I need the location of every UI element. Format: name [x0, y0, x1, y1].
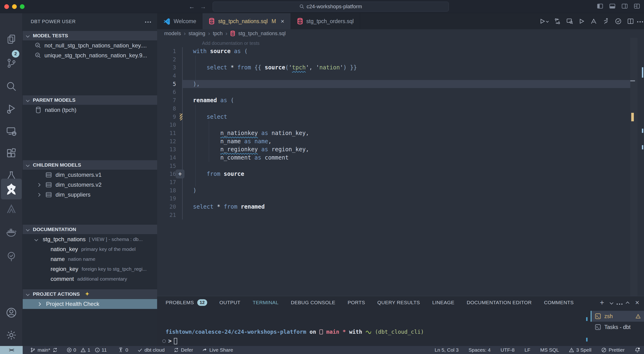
section-header-project-actions[interactable]: PROJECT ACTIONS✦: [23, 289, 157, 299]
status-item-lf[interactable]: LF: [524, 347, 530, 353]
run-tests-icon[interactable]: [603, 18, 609, 24]
code-line[interactable]: 17: [157, 178, 644, 186]
list-item[interactable]: Project Health Check: [23, 299, 157, 309]
validate-check-icon[interactable]: [615, 18, 622, 24]
panel-tab-terminal[interactable]: TERMINAL: [253, 300, 278, 305]
list-item[interactable]: dim_customers.v1: [23, 170, 157, 180]
new-terminal-icon[interactable]: +: [600, 298, 604, 307]
code-line[interactable]: 18): [157, 186, 644, 195]
panel-tab-lineage[interactable]: LINEAGE: [432, 300, 454, 305]
settings-gear-icon[interactable]: [5, 329, 18, 341]
close-panel-icon[interactable]: ×: [635, 299, 639, 307]
breadcrumb-item[interactable]: staging: [188, 30, 205, 36]
doc-field-row[interactable]: commentadditional commentary: [23, 274, 157, 284]
status-item-3-spell[interactable]: 3 Spell: [569, 347, 591, 353]
status-item-dbt-cloud[interactable]: dbt cloud: [137, 347, 165, 353]
dbt-power-user-icon[interactable]: [1, 179, 22, 199]
code-line[interactable]: 21: [157, 211, 644, 219]
split-editor-icon[interactable]: [627, 18, 634, 24]
code-line[interactable]: 6: [157, 88, 644, 96]
terminal-prompt[interactable]: >: [162, 338, 177, 344]
altimate-action-icon[interactable]: [590, 18, 597, 24]
code-line[interactable]: 5),: [157, 80, 644, 88]
code-line[interactable]: 7renamed as (: [157, 96, 644, 104]
traffic-light-minimize[interactable]: [12, 4, 17, 9]
section-header-model-tests[interactable]: MODEL TESTS: [23, 31, 157, 40]
code-line[interactable]: 2: [157, 55, 644, 64]
search-sidebar-icon[interactable]: [5, 80, 18, 92]
breadcrumb-item[interactable]: tpch: [213, 30, 223, 36]
remote-explorer-icon[interactable]: [5, 125, 18, 137]
list-item[interactable]: dim_suppliers: [23, 190, 157, 200]
navigate-back-button[interactable]: ←: [188, 2, 196, 11]
more-actions-icon[interactable]: [640, 19, 641, 23]
run-dbt-model-icon[interactable]: [539, 18, 548, 24]
tab-stg-tpch-orders[interactable]: stg_tpch_orders.sql: [291, 13, 360, 29]
traffic-light-close[interactable]: [4, 4, 9, 9]
list-item[interactable]: nation (tpch): [23, 105, 157, 115]
doc-field-row[interactable]: region_keyforeign key to stg_tpch_regi..…: [23, 264, 157, 274]
code-line[interactable]: 8: [157, 104, 644, 113]
status-item-utf-8[interactable]: UTF-8: [500, 347, 515, 353]
panel-tab-comments[interactable]: COMMENTS: [544, 300, 574, 305]
breadcrumb-item[interactable]: models: [164, 30, 181, 36]
code-line[interactable]: 12 n_name as name,: [157, 137, 644, 146]
status-item-live-share[interactable]: Live Share: [202, 347, 233, 353]
code-line[interactable]: 9 select: [157, 113, 644, 121]
navigate-forward-button[interactable]: →: [199, 2, 208, 11]
list-item[interactable]: unique_stg_tpch_nations_nation_key.9...: [23, 50, 157, 60]
doc-field-row[interactable]: namenation name: [23, 254, 157, 264]
doc-field-row[interactable]: nation_keyprimary key of the model: [23, 244, 157, 254]
execute-sql-icon[interactable]: [578, 18, 585, 24]
code-line[interactable]: 11 n_nationkey as nation_key,: [157, 129, 644, 137]
code-line[interactable]: 19: [157, 194, 644, 203]
breadcrumb-file[interactable]: stg_tpch_nations.sql: [238, 30, 286, 36]
tab-stg-tpch-nations[interactable]: stg_tpch_nations.sql M ×: [202, 13, 290, 29]
code-line[interactable]: 3 select * from {{ source('tpch', 'natio…: [157, 63, 644, 72]
compile-dbt-model-icon[interactable]: [554, 18, 560, 24]
status-item-prettier[interactable]: Prettier: [601, 347, 625, 353]
traffic-light-zoom[interactable]: [20, 4, 24, 9]
list-item[interactable]: not_null_stg_tpch_nations_nation_key....: [23, 40, 157, 50]
explorer-icon[interactable]: [5, 33, 18, 45]
code-line[interactable]: 10: [157, 121, 644, 129]
status-item-defer[interactable]: Defer: [174, 347, 193, 353]
status-item[interactable]: 0111: [66, 347, 109, 353]
status-item[interactable]: [634, 347, 640, 353]
terminal-tab-tasks-dbt[interactable]: Tasks - dbt: [590, 322, 644, 333]
accounts-icon[interactable]: [5, 307, 18, 319]
maximize-panel-icon[interactable]: [626, 301, 630, 305]
tab-welcome[interactable]: Welcome: [157, 13, 202, 29]
panel-tab-ports[interactable]: PORTS: [348, 300, 365, 305]
close-tab-icon[interactable]: ×: [281, 18, 284, 25]
status-item-main-[interactable]: main*: [30, 347, 58, 353]
section-header-parent-models[interactable]: PARENT MODELS: [23, 95, 157, 105]
project-tree-icon[interactable]: [5, 251, 18, 263]
terminal-tab-zsh[interactable]: zsh: [590, 311, 644, 322]
section-header-documentation[interactable]: DOCUMENTATION: [23, 225, 157, 234]
code-editor[interactable]: Add documentation or tests 1with source …: [157, 38, 644, 296]
status-item-0[interactable]: 0: [118, 347, 128, 353]
command-center-search[interactable]: c24-workshops-platform: [212, 2, 449, 11]
panel-tab-output[interactable]: OUTPUT: [220, 300, 240, 305]
run-and-debug-icon[interactable]: [5, 103, 18, 115]
panel-tab-problems[interactable]: PROBLEMS12: [166, 299, 207, 306]
status-item-ln-5-col-3[interactable]: Ln 5, Col 3: [435, 347, 459, 353]
status-item-spaces-4[interactable]: Spaces: 4: [468, 347, 490, 353]
editor-overview-ruler[interactable]: [630, 38, 638, 296]
altimate-icon[interactable]: [5, 203, 18, 215]
panel-tab-query-results[interactable]: QUERY RESULTS: [377, 300, 420, 305]
source-control-icon[interactable]: [5, 57, 18, 69]
extensions-icon[interactable]: [5, 147, 18, 160]
toggle-secondary-sidebar-icon[interactable]: [621, 3, 628, 9]
toggle-panel-icon[interactable]: [609, 3, 616, 9]
panel-tab-documentation-editor[interactable]: DOCUMENTATION EDITOR: [466, 300, 532, 305]
code-line[interactable]: 4: [157, 72, 644, 80]
codelens-link[interactable]: Add documentation or tests: [202, 40, 260, 46]
sidebar-more-actions-icon[interactable]: [148, 19, 148, 23]
toggle-primary-sidebar-icon[interactable]: [597, 3, 603, 9]
code-line[interactable]: 16+ from source: [157, 170, 644, 178]
preview-query-results-icon[interactable]: [566, 18, 573, 24]
status-item-ms-sql[interactable]: MS SQL: [540, 347, 559, 353]
code-line[interactable]: 20select * from renamed: [157, 203, 644, 211]
